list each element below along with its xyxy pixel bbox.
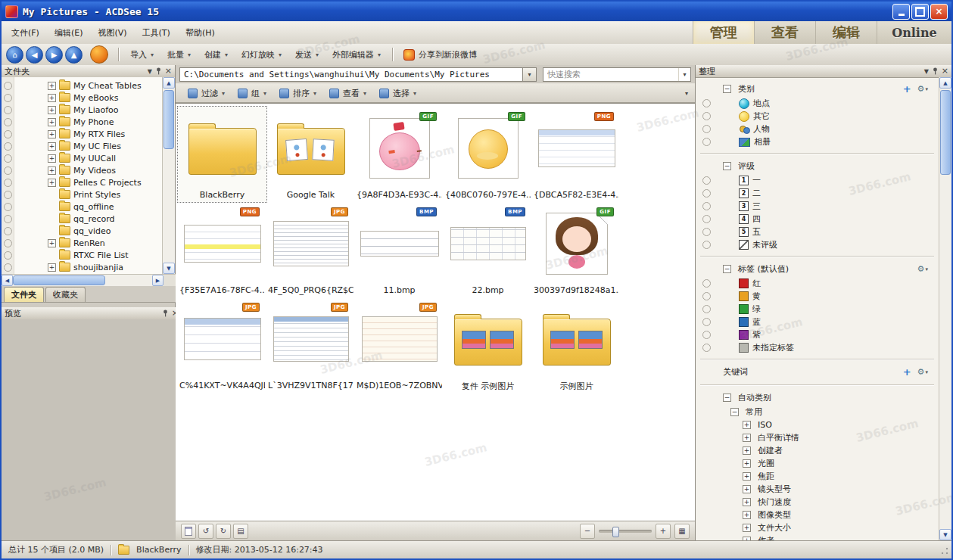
auto-category-item[interactable]: +图像类型 bbox=[696, 509, 939, 521]
collapse-icon[interactable]: − bbox=[723, 265, 731, 273]
scroll-up-icon[interactable]: ▲ bbox=[939, 77, 951, 89]
rating-item[interactable]: 4四 bbox=[696, 213, 939, 226]
file-item-image[interactable]: PNG{F35E7A16-78FC-4... bbox=[178, 202, 266, 297]
zoom-slider[interactable] bbox=[599, 530, 652, 533]
tab-folders[interactable]: 文件夹 bbox=[4, 287, 44, 302]
collapse-icon[interactable]: − bbox=[730, 408, 739, 416]
category-item[interactable]: 其它 bbox=[696, 110, 939, 123]
add-keyword-button[interactable]: + bbox=[903, 369, 911, 376]
auto-categories-section-header[interactable]: − 自动类别 bbox=[696, 390, 939, 406]
properties-page-button[interactable] bbox=[181, 524, 196, 539]
tree-item[interactable]: +My Liaofoo bbox=[2, 104, 163, 116]
menu-help[interactable]: 帮助(H) bbox=[179, 24, 222, 42]
easy-select-icon[interactable] bbox=[702, 344, 711, 352]
pin-icon[interactable] bbox=[163, 310, 168, 317]
tree-item[interactable]: +My Cheat Tables bbox=[2, 79, 163, 92]
category-item[interactable]: 人物 bbox=[696, 123, 939, 135]
expand-icon[interactable]: + bbox=[48, 118, 56, 126]
auto-category-item[interactable]: +ISO bbox=[696, 418, 939, 431]
organize-vertical-scrollbar[interactable]: ▲ ▼ bbox=[939, 77, 951, 540]
expand-icon[interactable]: + bbox=[743, 446, 751, 455]
collapse-icon[interactable]: − bbox=[723, 85, 731, 93]
chevron-down-icon[interactable]: ▾ bbox=[685, 90, 688, 97]
expand-icon[interactable]: + bbox=[743, 524, 751, 532]
zoom-out-button[interactable]: − bbox=[580, 524, 595, 539]
easy-select-icon[interactable] bbox=[4, 94, 12, 102]
scroll-down-icon[interactable]: ▼ bbox=[163, 263, 175, 274]
acdsee-logo-button[interactable] bbox=[90, 45, 108, 64]
toolbar-slideshow-dropdown[interactable]: 幻灯放映▾ bbox=[235, 46, 288, 64]
toolbar-external-editor-dropdown[interactable]: 外部编辑器▾ bbox=[325, 46, 388, 64]
search-input[interactable] bbox=[543, 70, 678, 79]
collapse-icon[interactable]: − bbox=[723, 162, 731, 170]
collapse-icon[interactable]: − bbox=[723, 394, 731, 402]
tree-item[interactable]: +shoujibanjia bbox=[2, 261, 163, 273]
mode-tab-manage[interactable]: 管理 bbox=[693, 21, 754, 44]
easy-select-icon[interactable] bbox=[4, 179, 12, 187]
gear-icon[interactable]: ⚙▾ bbox=[917, 367, 928, 377]
easy-select-icon[interactable] bbox=[4, 118, 12, 126]
resize-grip[interactable] bbox=[938, 544, 950, 556]
expand-icon[interactable]: + bbox=[743, 434, 751, 442]
tree-item[interactable]: +qq_video bbox=[2, 225, 163, 237]
up-button[interactable]: ▲ bbox=[65, 46, 83, 64]
auto-category-item[interactable]: +焦距 bbox=[696, 470, 939, 483]
file-item-folder[interactable]: 复件 示例图片 bbox=[444, 297, 532, 393]
easy-select-icon[interactable] bbox=[702, 138, 711, 146]
label-item[interactable]: 黄 bbox=[696, 290, 939, 303]
tab-favorites[interactable]: 收藏夹 bbox=[45, 287, 86, 302]
easy-select-icon[interactable] bbox=[702, 279, 711, 288]
tree-item[interactable]: +My UC Files bbox=[2, 140, 163, 152]
scroll-down-icon[interactable]: ▼ bbox=[939, 529, 951, 540]
auto-category-item[interactable]: +白平衡详情 bbox=[696, 431, 939, 444]
scrollbar-track[interactable] bbox=[13, 275, 152, 286]
tree-item[interactable]: +RTXC File List bbox=[2, 249, 163, 261]
search-dropdown-icon[interactable]: ▾ bbox=[678, 68, 690, 81]
easy-select-icon[interactable] bbox=[702, 305, 711, 313]
grid-view-button[interactable]: ▦ bbox=[674, 524, 690, 539]
file-item-image[interactable]: GIF300397d9f18248a1... bbox=[532, 202, 621, 297]
easy-select-icon[interactable] bbox=[702, 331, 711, 339]
gear-icon[interactable]: ⚙▾ bbox=[917, 264, 928, 274]
expand-icon[interactable]: + bbox=[743, 485, 751, 493]
label-item[interactable]: 红 bbox=[696, 277, 939, 290]
tree-vertical-scrollbar[interactable]: ▲ ▼ bbox=[162, 77, 175, 274]
share-weibo-button[interactable]: 分享到新浪微博 bbox=[397, 46, 483, 64]
zoom-slider-thumb[interactable] bbox=[612, 527, 619, 537]
back-button[interactable]: ◀ bbox=[26, 46, 43, 64]
tree-item[interactable]: +My eBooks bbox=[2, 92, 163, 104]
label-item[interactable]: 绿 bbox=[696, 303, 939, 316]
close-button[interactable]: × bbox=[930, 4, 948, 20]
path-dropdown-icon[interactable]: ▾ bbox=[523, 67, 537, 82]
easy-select-icon[interactable] bbox=[4, 106, 12, 114]
tree-item[interactable]: +Print Styles bbox=[2, 188, 163, 201]
expand-icon[interactable]: + bbox=[48, 142, 56, 151]
zoom-in-button[interactable]: + bbox=[656, 524, 671, 539]
expand-icon[interactable]: + bbox=[48, 263, 56, 272]
close-panel-icon[interactable]: × bbox=[942, 67, 948, 75]
easy-select-icon[interactable] bbox=[702, 189, 711, 198]
easy-select-icon[interactable] bbox=[4, 263, 12, 272]
home-button[interactable]: ⌂ bbox=[6, 46, 23, 64]
easy-select-icon[interactable] bbox=[4, 239, 12, 247]
auto-category-item[interactable]: +快门速度 bbox=[696, 496, 939, 509]
expand-icon[interactable]: + bbox=[48, 154, 56, 163]
file-item-image[interactable]: JPGM$D)1EOB~7ZOBNV[... bbox=[355, 297, 444, 393]
easy-select-icon[interactable] bbox=[4, 191, 12, 199]
scroll-left-icon[interactable]: ◀ bbox=[2, 275, 13, 286]
panel-menu-icon[interactable]: ▼ bbox=[924, 68, 929, 75]
filter-filter-dropdown[interactable]: 过滤▾ bbox=[182, 86, 230, 101]
pin-icon[interactable] bbox=[156, 67, 161, 75]
add-category-button[interactable]: + bbox=[903, 86, 911, 93]
rating-item[interactable]: 2二 bbox=[696, 187, 939, 200]
category-item[interactable]: 地点 bbox=[696, 97, 939, 110]
rating-item[interactable]: 3三 bbox=[696, 200, 939, 213]
easy-select-icon[interactable] bbox=[702, 241, 711, 249]
scrollbar-thumb[interactable] bbox=[940, 90, 951, 175]
label-item[interactable]: 紫 bbox=[696, 328, 939, 341]
menu-edit[interactable]: 编辑(E) bbox=[48, 24, 90, 42]
tree-item[interactable]: +qq_offline bbox=[2, 201, 163, 213]
expand-icon[interactable]: + bbox=[48, 179, 56, 187]
auto-category-item[interactable]: +光圈 bbox=[696, 457, 939, 470]
tree-item[interactable]: +My UUCall bbox=[2, 152, 163, 164]
